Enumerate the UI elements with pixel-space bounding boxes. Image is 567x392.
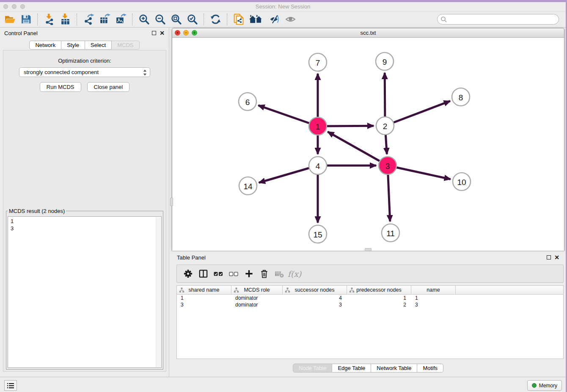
show-network-view-button[interactable] [284,13,297,26]
column-header-successor-nodes[interactable]: successor nodes [283,286,347,294]
run-mcds-button[interactable]: Run MCDS [40,82,81,92]
control-panel-title: Control Panel [4,30,38,36]
table-cell[interactable]: 1 [177,295,231,301]
split-columns-icon [198,269,208,279]
network-window-titlebar: × − + scc.txt [172,28,564,38]
tab-motifs[interactable]: Motifs [417,364,443,373]
zoom-in-button[interactable] [137,13,151,26]
hide-network-view-button[interactable] [267,13,281,26]
network-window-title: scc.txt [172,30,564,36]
control-panel: Control Panel ✕ NetworkStyleSelectMCDS O… [0,28,169,377]
export-table-button[interactable] [98,13,111,26]
mcds-panel: Optimization criterion: strongly connect… [3,50,166,372]
search-input[interactable] [449,15,559,24]
graph-node-label: 9 [383,58,387,66]
export-network-button[interactable] [82,13,95,26]
graph-node-label: 1 [316,122,320,131]
column-header-predecessor-nodes[interactable]: predecessor nodes [347,286,411,294]
table-cell[interactable]: 3 [411,302,456,308]
add-column-button[interactable] [241,266,256,282]
table-cell[interactable]: 1 [347,295,411,301]
close-panel-button[interactable]: ✕ [160,31,165,35]
mcds-result-box: MCDS result (2 nodes) 13 [6,208,163,370]
import-network-icon [44,14,55,25]
graph-node-label: 2 [383,122,388,131]
table-tabs: Node TableEdge TableNetwork TableMotifs [293,364,443,373]
table-cell[interactable]: 3 [283,302,347,308]
table-cell[interactable]: dominator [231,302,283,308]
import-table-button[interactable] [58,13,72,26]
mcds-result-area[interactable]: 13 [8,216,162,368]
table-cell[interactable]: 4 [283,295,347,301]
save-session-button[interactable] [19,13,33,26]
table-row[interactable]: 3dominator323 [177,301,563,308]
float-panel-button[interactable] [152,31,156,35]
float-table-panel-button[interactable] [547,255,551,259]
app-title: Session: New Session [0,3,566,10]
zoom-selected-button[interactable] [185,13,199,26]
network-canvas[interactable]: 7968124314101511 [172,38,564,251]
import-network-button[interactable] [42,13,56,26]
home-button[interactable] [248,13,265,26]
table-cell[interactable]: 3 [177,302,231,308]
tab-network[interactable]: Network [29,41,61,50]
tab-mcds[interactable]: MCDS [112,41,139,50]
search-box[interactable] [437,14,559,25]
deselect-all-button[interactable] [226,266,241,282]
table-settings-button[interactable] [180,266,195,282]
delete-table-icon [274,269,284,279]
graph-edge[interactable] [385,101,450,126]
task-history-button[interactable] [4,380,17,391]
toolbar-separator [77,14,77,25]
tab-style[interactable]: Style [61,41,85,50]
network-graph[interactable]: 7968124314101511 [172,38,564,251]
save-icon [20,14,32,25]
column-header-shared-name[interactable]: shared name [177,286,231,294]
column-header-name[interactable]: name [411,286,456,294]
close-panel-button-2[interactable]: Close panel [87,82,130,92]
export-image-icon [115,14,127,25]
mcds-result-title: MCDS result (2 nodes) [8,208,66,214]
export-image-button[interactable] [114,13,127,26]
refresh-icon [210,14,221,25]
column-type-icon [349,287,355,294]
delete-table-button[interactable] [272,266,287,282]
close-table-panel-button[interactable]: ✕ [554,255,559,259]
export-network-icon [83,14,94,25]
graph-edge[interactable] [259,105,318,126]
clone-network-icon [233,14,245,25]
table-cell[interactable]: 2 [347,302,411,308]
toolbar-separator [204,14,204,25]
graph-node-label: 11 [386,229,395,238]
result-scrollbar[interactable] [156,217,161,367]
memory-status-icon [532,383,537,388]
mcds-result-line: 3 [11,225,159,232]
table-row[interactable]: 1dominator411 [177,295,563,301]
delete-column-button[interactable] [256,266,272,282]
table-cell[interactable]: dominator [231,295,283,301]
table-header-row: shared nameMCDS rolesuccessor nodesprede… [177,286,563,295]
refresh-network-button[interactable] [209,13,222,26]
tab-node-table[interactable]: Node Table [293,364,333,373]
clone-network-button[interactable] [232,13,245,26]
graph-edge[interactable] [388,166,451,179]
open-session-button[interactable] [3,13,17,26]
horizontal-splitter-grip[interactable] [365,248,372,251]
zoom-fit-button[interactable] [169,13,183,26]
criterion-select[interactable]: strongly connected component [19,67,150,77]
tab-select[interactable]: Select [85,41,112,50]
memory-button[interactable]: Memory [527,380,562,391]
zoom-out-button[interactable] [153,13,167,26]
graph-node-label: 4 [316,162,320,171]
column-header-MCDS-role[interactable]: MCDS role [231,286,283,294]
zoom-in-icon [138,14,150,25]
select-all-button[interactable] [211,266,226,282]
tab-network-table[interactable]: Network Table [371,364,417,373]
table-cell[interactable]: 1 [411,295,456,301]
tab-edge-table[interactable]: Edge Table [332,364,371,373]
vertical-splitter-grip[interactable] [170,198,173,206]
graph-node-label: 15 [313,230,322,239]
graph-edge[interactable] [328,132,388,166]
function-builder-button[interactable]: f(x) [287,266,302,282]
show-column-panel-button[interactable] [195,266,211,282]
